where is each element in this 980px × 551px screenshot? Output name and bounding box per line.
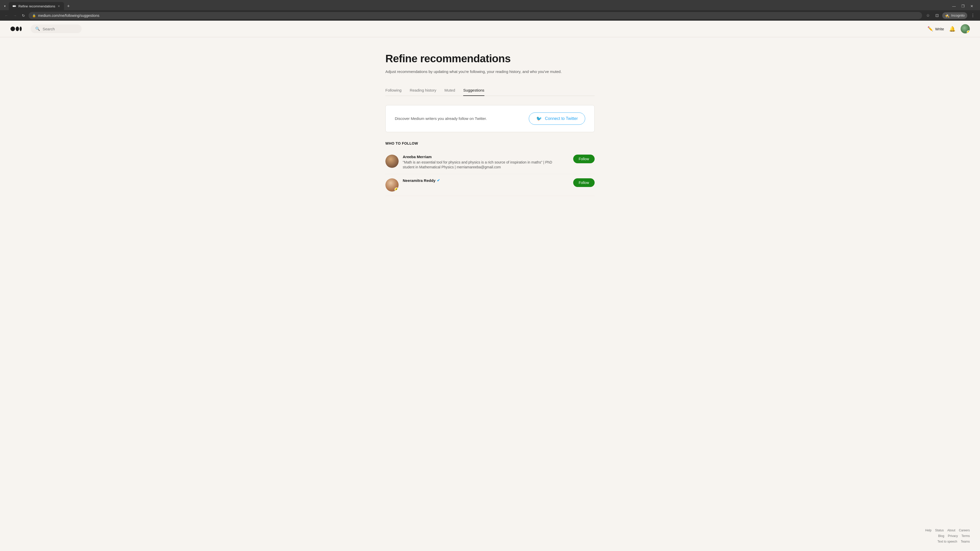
author-info-neeramitra: Neeramitra Reddy ✔ [403, 178, 568, 184]
who-to-follow-section: Who to follow Areeba Merriam "Math is an… [385, 141, 595, 196]
author-avatar-neeramitra[interactable]: ★ [385, 178, 399, 192]
footer-link-blog[interactable]: Blog [938, 534, 944, 538]
follow-button-areeba[interactable]: Follow [573, 155, 595, 163]
avatar-badge [967, 30, 970, 33]
incognito-badge[interactable]: 🕵️ Incognito [942, 12, 967, 19]
author-name-neeramitra[interactable]: Neeramitra Reddy ✔ [403, 178, 568, 183]
back-button[interactable]: ← [3, 13, 10, 19]
footer-links: Help Status About Careers Blog Privacy T… [919, 529, 970, 543]
menu-button[interactable]: ⋮ [969, 12, 977, 19]
twitter-description: Discover Medium writers you already foll… [395, 116, 487, 121]
twitter-button-label: Connect to Twitter [545, 116, 578, 121]
footer-link-terms[interactable]: Terms [961, 534, 970, 538]
lock-icon: 🔒 [32, 14, 36, 17]
write-label: Write [935, 27, 944, 31]
footer-link-help[interactable]: Help [925, 529, 932, 532]
author-row: Areeba Merriam "Math is an essential too… [385, 151, 595, 174]
maximize-button[interactable]: ❐ [959, 3, 967, 10]
medium-header: 🔍 Search ✏️ Write 🔔 [0, 21, 980, 37]
url-input[interactable] [38, 14, 918, 17]
twitter-connect-box: Discover Medium writers you already foll… [385, 105, 595, 132]
author-avatar-areeba[interactable] [385, 155, 399, 168]
incognito-label: Incognito [951, 14, 965, 17]
search-placeholder: Search [43, 27, 55, 31]
incognito-icon: 🕵️ [945, 13, 950, 18]
search-icon: 🔍 [35, 27, 40, 31]
svg-point-2 [15, 5, 16, 7]
footer-link-tts[interactable]: Text to speech [937, 540, 957, 543]
author-name-areeba[interactable]: Areeba Merriam [403, 155, 568, 159]
footer-link-teams[interactable]: Teams [961, 540, 970, 543]
page-subtitle: Adjust recommendations by updating what … [385, 69, 595, 75]
medium-page: 🔍 Search ✏️ Write 🔔 Refine recommendatio… [0, 21, 980, 551]
author-row-2: ★ Neeramitra Reddy ✔ Follow [385, 174, 595, 196]
search-bar[interactable]: 🔍 Search [30, 24, 82, 33]
new-tab-button[interactable]: + [65, 3, 72, 10]
star-badge: ★ [395, 187, 399, 192]
connect-to-twitter-button[interactable]: 🐦 Connect to Twitter [529, 113, 585, 125]
tab-title: Refine recommendations [18, 4, 56, 8]
avatar-image-areeba [385, 155, 399, 168]
write-icon: ✏️ [928, 26, 933, 32]
minimize-button[interactable]: — [950, 3, 958, 10]
footer-link-privacy[interactable]: Privacy [948, 534, 958, 538]
footer-link-about[interactable]: About [947, 529, 955, 532]
verified-icon: ✔ [437, 178, 440, 183]
footer-link-status[interactable]: Status [935, 529, 944, 532]
forward-button[interactable]: → [12, 13, 18, 19]
author-left: Areeba Merriam "Math is an essential too… [385, 155, 568, 170]
main-content: Refine recommendations Adjust recommenda… [375, 37, 605, 206]
tab-reading-history[interactable]: Reading history [410, 85, 436, 96]
medium-logo[interactable] [10, 25, 23, 33]
header-right: ✏️ Write 🔔 [928, 24, 970, 33]
close-button[interactable]: ✕ [968, 3, 976, 10]
bookmark-button[interactable]: ☆ [924, 12, 932, 19]
address-bar-row: ← → ↻ 🔒 ☆ ⊡ 🕵️ Incognito ⋮ [0, 10, 980, 21]
notification-bell[interactable]: 🔔 [949, 26, 956, 32]
tabs-nav: Following Reading history Muted Suggesti… [385, 85, 595, 96]
follow-button-neeramitra[interactable]: Follow [573, 178, 595, 187]
page-title: Refine recommendations [385, 52, 595, 65]
tab-switcher[interactable]: ▾ [2, 3, 8, 10]
reader-mode-button[interactable]: ⊡ [933, 12, 941, 19]
who-to-follow-title: Who to follow [385, 141, 595, 145]
author-bio-areeba: "Math is an essential tool for physics a… [403, 160, 556, 170]
svg-point-0 [13, 5, 14, 7]
tab-following[interactable]: Following [385, 85, 401, 96]
footer-link-careers[interactable]: Careers [959, 529, 970, 532]
author-info-areeba: Areeba Merriam "Math is an essential too… [403, 155, 568, 170]
address-bar[interactable]: 🔒 [29, 12, 922, 19]
svg-point-3 [11, 27, 15, 31]
user-avatar[interactable] [961, 24, 970, 33]
tab-suggestions[interactable]: Suggestions [463, 85, 484, 96]
write-button[interactable]: ✏️ Write [928, 26, 944, 32]
active-tab[interactable]: Refine recommendations × [9, 2, 64, 10]
tab-muted[interactable]: Muted [445, 85, 455, 96]
window-controls: — ❐ ✕ [950, 3, 978, 10]
tab-bar: ▾ Refine recommendations × + — ❐ ✕ [0, 0, 980, 10]
refresh-button[interactable]: ↻ [21, 13, 27, 19]
twitter-bird-icon: 🐦 [536, 116, 542, 121]
svg-point-5 [20, 27, 22, 31]
svg-point-4 [16, 27, 19, 31]
svg-point-1 [14, 5, 15, 7]
toolbar-right: ☆ ⊡ 🕵️ Incognito ⋮ [924, 12, 977, 19]
author-left-2: ★ Neeramitra Reddy ✔ [385, 178, 568, 192]
tab-close-button[interactable]: × [57, 4, 60, 8]
browser-chrome: ▾ Refine recommendations × + — ❐ ✕ ← → ↻… [0, 0, 980, 21]
tab-favicon [12, 4, 16, 8]
